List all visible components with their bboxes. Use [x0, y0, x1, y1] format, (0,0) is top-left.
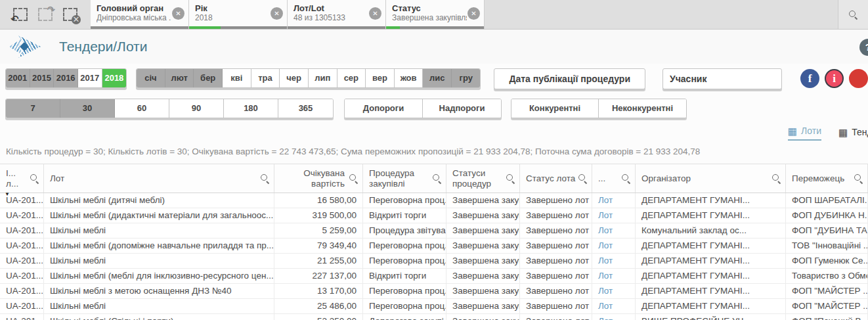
month-filter-button-бер[interactable]: бер — [194, 69, 223, 87]
col-header-winner[interactable]: Переможець — [786, 164, 868, 193]
organizer-cell[interactable]: Комунальний заклад ос... — [636, 223, 786, 238]
expected-value-cell[interactable]: 25 486,00 — [274, 299, 363, 313]
table-row[interactable]: UA-201...Шкільні меблі з метою оснащення… — [0, 284, 868, 299]
lot-link-cell[interactable]: Лот — [592, 299, 636, 313]
lot-link-cell[interactable]: Лот — [592, 314, 636, 320]
period-filter-button-365[interactable]: 365 — [278, 99, 333, 118]
procedure-type-cell[interactable]: Переговорна проц... — [363, 254, 446, 268]
lot-cell[interactable]: Шкільні меблі з метою оснащення ДНЗ №40 — [44, 284, 274, 298]
lot-link-cell[interactable]: Лот — [592, 223, 636, 238]
table-row[interactable]: UA-201...Шкільні меблі25 486,00Переговор… — [0, 299, 868, 314]
winner-cell[interactable]: ФОП "МАЙСТЕР ... — [786, 284, 868, 298]
procedure-type-cell[interactable]: Процедура звітува... — [363, 223, 446, 238]
organizer-cell[interactable]: ДЕПАРТАМЕНТ ГУМАНІ... — [636, 254, 786, 268]
search-icon[interactable] — [30, 173, 39, 183]
clear-selections-icon[interactable]: ✕ — [63, 8, 77, 21]
remove-filter-icon[interactable]: ✕ — [467, 7, 480, 20]
table-row[interactable]: UA-201...Шкільні меблі (меблі для інклюз… — [0, 269, 868, 284]
search-icon[interactable] — [771, 173, 781, 183]
procedure-status-cell[interactable]: Завершена закупі... — [446, 239, 520, 253]
period-filter-button-30[interactable]: 30 — [60, 99, 115, 118]
procedure-status-cell[interactable]: Завершена закупі... — [446, 254, 520, 268]
step-back-icon[interactable]: ↶ — [13, 8, 28, 21]
expected-value-cell[interactable]: 16 580,00 — [274, 193, 363, 208]
col-header-procedure-status[interactable]: Статуси процедур — [446, 164, 520, 193]
lot-cell[interactable]: Шкільні меблі — [44, 223, 274, 238]
filter-chip[interactable]: Лот/Lot48 из 1305133✕ — [288, 0, 386, 29]
lot-status-cell[interactable]: Завершено лот зак... — [520, 208, 592, 223]
col-header-lot-id[interactable]: І... л... — [0, 164, 44, 193]
organizer-cell[interactable]: ДЕПАРТАМЕНТ ГУМАНІ... — [636, 239, 786, 253]
lot-id-cell[interactable]: UA-201... — [0, 284, 44, 298]
period-filter-button-180[interactable]: 180 — [224, 99, 278, 118]
lot-id-cell[interactable]: UA-201... — [0, 269, 44, 283]
search-icon[interactable] — [260, 173, 270, 183]
winner-cell[interactable]: ФОП ШАРБАТАЛІ... — [786, 193, 868, 208]
lot-id-cell[interactable]: UA-201... — [0, 223, 44, 238]
organizer-cell[interactable]: ДЕПАРТАМЕНТ ГУМАНІ... — [636, 284, 786, 298]
winner-cell[interactable]: ТОВ "Інноваційні ... — [786, 239, 868, 253]
lot-status-cell[interactable]: Завершено лот зак... — [520, 193, 592, 208]
competition-filter-button-Неконкурентні[interactable]: Неконкурентні — [599, 99, 686, 118]
table-row[interactable]: UA-201...Шкільні меблі (дитячі меблі)16 … — [0, 193, 868, 208]
search-icon[interactable] — [432, 173, 442, 183]
organizer-cell[interactable]: ДЕПАРТАМЕНТ ГУМАНІ... — [636, 299, 786, 313]
procedure-type-cell[interactable]: Відкриті торги — [363, 269, 446, 283]
lot-status-cell[interactable]: Завершено лот зак... — [520, 223, 592, 238]
table-row[interactable]: UA-201...Шкільні меблі21 255,00Переговор… — [0, 254, 868, 269]
col-header-expected-value[interactable]: Очікувана вартість — [274, 164, 363, 193]
table-row[interactable]: UA-201...Шкільні меблі (Стільці і парти)… — [0, 314, 868, 320]
lot-cell[interactable]: Шкільні меблі (дидактичні матеріали для … — [44, 208, 274, 223]
month-filter-button-чер[interactable]: чер — [280, 69, 309, 87]
organizer-cell[interactable]: ДЕПАРТАМЕНТ ГУМАНІ... — [636, 193, 786, 208]
lot-status-cell[interactable]: Завершено лот зак... — [520, 299, 592, 313]
col-header-lot[interactable]: Лот — [44, 164, 274, 193]
lot-link-cell[interactable]: Лот — [592, 239, 636, 253]
procedure-type-cell[interactable]: Переговорна проц... — [363, 239, 446, 253]
remove-filter-icon[interactable]: ✕ — [271, 7, 283, 20]
lot-status-cell[interactable]: Завершено лот зак... — [520, 269, 592, 283]
search-icon[interactable] — [854, 173, 863, 183]
col-header-procedure-type[interactable]: Процедура закупівлі — [363, 164, 446, 193]
competition-filter-button-Конкурентні[interactable]: Конкурентні — [511, 99, 599, 118]
step-forward-icon[interactable]: ↷ — [38, 8, 53, 21]
procedure-status-cell[interactable]: Завершена закупі... — [446, 193, 520, 208]
tab-lots[interactable]: ▦ Лоти — [788, 126, 821, 141]
year-filter-button-2001[interactable]: 2001 — [6, 69, 30, 87]
info-icon[interactable]: i — [825, 69, 844, 88]
filter-chip[interactable]: Головний органДніпровська міська ...✕ — [91, 0, 189, 29]
participant-input[interactable] — [662, 68, 782, 89]
expected-value-cell[interactable]: 21 255,00 — [274, 254, 363, 268]
year-filter-button-2016[interactable]: 2016 — [54, 69, 78, 87]
lot-link-cell[interactable]: Лот — [592, 284, 636, 298]
period-filter-button-90[interactable]: 90 — [169, 99, 224, 118]
procedure-status-cell[interactable]: Завершена закупі... — [446, 269, 520, 283]
lot-id-cell[interactable]: UA-201... — [0, 299, 44, 313]
threshold-filter-button-Допороги[interactable]: Допороги — [345, 99, 423, 118]
lot-id-cell[interactable]: UA-201... — [0, 314, 44, 320]
expected-value-cell[interactable]: 52 350,00 — [274, 314, 363, 320]
search-icon[interactable] — [578, 173, 588, 183]
threshold-filter-button-Надпороги[interactable]: Надпороги — [423, 99, 501, 118]
social-extra-icon[interactable] — [849, 69, 868, 88]
lot-link-cell[interactable]: Лот — [592, 208, 636, 223]
month-filter-button-жов[interactable]: жов — [395, 69, 423, 87]
remove-filter-icon[interactable]: ✕ — [369, 7, 381, 20]
lot-status-cell[interactable]: Завершено лот зак... — [520, 314, 592, 320]
search-icon[interactable] — [621, 173, 631, 183]
help-button[interactable]: ? — [859, 39, 868, 56]
organizer-cell[interactable]: ДЕПАРТАМЕНТ ГУМАНІ... — [636, 269, 786, 283]
lot-cell[interactable]: Шкільні меблі (меблі для інклюзивно-ресу… — [44, 269, 274, 283]
year-filter-button-2015[interactable]: 2015 — [30, 69, 54, 87]
lot-id-cell[interactable]: UA-201... — [0, 239, 44, 253]
month-filter-button-лют[interactable]: лют — [165, 69, 194, 87]
lot-link-cell[interactable]: Лот — [592, 269, 636, 283]
lot-cell[interactable]: Шкільні меблі (допоміжне навчальне прила… — [44, 239, 274, 253]
lot-status-cell[interactable]: Завершено лот зак... — [520, 254, 592, 268]
winner-cell[interactable]: ФОП ДУБИНКА Н... — [786, 208, 868, 223]
month-filter-button-лип[interactable]: лип — [309, 69, 337, 87]
remove-filter-icon[interactable]: ✕ — [172, 7, 184, 20]
procedure-type-cell[interactable]: Відкриті торги — [363, 208, 446, 223]
expected-value-cell[interactable]: 227 137,00 — [274, 269, 363, 283]
col-header-lot-status[interactable]: Статус лота — [520, 164, 592, 193]
